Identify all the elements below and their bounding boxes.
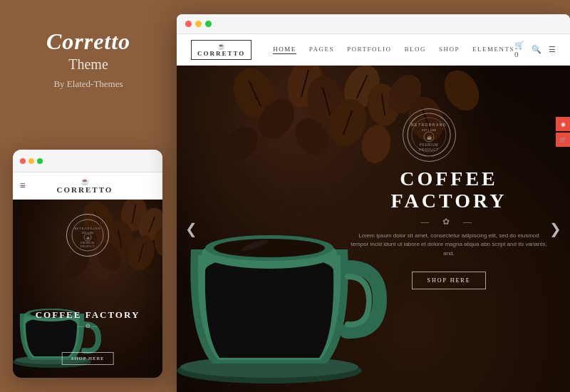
hero-description: Lorem ipsum dolor sit amet, consectetur … (349, 232, 549, 259)
desktop-top-bar (177, 14, 570, 34)
svg-point-54 (214, 239, 325, 257)
svg-text:PRODUCT: PRODUCT (419, 148, 439, 152)
desktop-dots (185, 21, 212, 27)
desktop-badge-icon: RETROBRAND EST • 1984 ☕ PREMIUM PRODUCT (406, 112, 452, 158)
desktop-nav: ☕ CORRETTO HOME PAGES PORTFOLIO BLOG SHO… (177, 34, 570, 66)
mobile-nav: ≡ ☕ CORRETTO (13, 172, 162, 200)
mobile-badge: RETROBRAND EST • 1984 ☕ PREMIUM PRODUCT (66, 214, 109, 257)
mobile-hamburger-icon[interactable]: ≡ (20, 180, 26, 192)
mobile-hero-divider: — ✿ — (78, 323, 98, 329)
notification-badges: ◉ 🛒 (556, 117, 570, 147)
mobile-badge-icon: RETROBRAND EST • 1984 ☕ PREMIUM PRODUCT (70, 217, 105, 253)
hero-divider: — ✿ — (349, 217, 549, 227)
nav-link-pages[interactable]: PAGES (309, 46, 334, 54)
desktop-dot-green (205, 21, 212, 27)
mobile-dot-red (20, 158, 26, 164)
hero-prev-arrow[interactable]: ❮ (185, 220, 197, 237)
desktop-nav-icons: 🛒 0 🔍 ☰ (514, 41, 556, 58)
mobile-dot-yellow (28, 158, 34, 164)
mobile-logo-icon: ☕ (81, 177, 89, 185)
mobile-dots (20, 158, 43, 164)
desktop-mockup: ☕ CORRETTO HOME PAGES PORTFOLIO BLOG SHO… (177, 14, 570, 392)
mobile-mockup: ≡ ☕ CORRETTO (13, 150, 162, 378)
desktop-hero: RETROBRAND EST • 1984 ☕ PREMIUM PRODUCT … (177, 66, 570, 392)
mobile-dot-green (37, 158, 43, 164)
desktop-logo: ☕ CORRETTO (191, 40, 252, 60)
desktop-dot-yellow (195, 21, 202, 27)
nav-link-elements[interactable]: ELEMENTS (472, 46, 514, 54)
nav-link-home[interactable]: HOME (273, 46, 296, 54)
svg-text:☕: ☕ (427, 135, 432, 140)
mobile-hero: RETROBRAND EST • 1984 ☕ PREMIUM PRODUCT (13, 200, 162, 378)
svg-text:PREMIUM: PREMIUM (420, 143, 439, 147)
nav-link-blog[interactable]: BLOG (405, 46, 427, 54)
svg-text:☕: ☕ (86, 236, 90, 239)
desktop-logo-icon: ☕ (217, 43, 225, 50)
svg-text:EST • 1984: EST • 1984 (422, 128, 437, 132)
nav-link-shop[interactable]: SHOP (439, 46, 460, 54)
desktop-nav-links: HOME PAGES PORTFOLIO BLOG SHOP ELEMENTS (273, 46, 514, 54)
hero-next-arrow[interactable]: ❯ (549, 220, 561, 237)
mobile-hero-title: COFFEE FACTORY (13, 309, 162, 321)
mobile-logo: ☕ CORRETTO (57, 177, 113, 194)
svg-point-41 (437, 66, 483, 117)
theme-subtitle-text: Theme (68, 56, 108, 73)
mobile-top-bar (13, 150, 162, 172)
left-panel: Corretto Theme By Elated-Themes ≡ ☕ CORR… (0, 0, 177, 392)
desktop-shop-button[interactable]: SHOP HERE (412, 272, 485, 289)
hero-main-title: COFFEE FACTORY (349, 168, 549, 212)
nav-link-portfolio[interactable]: PORTFOLIO (347, 46, 391, 54)
menu-icon[interactable]: ☰ (549, 45, 556, 54)
desktop-dot-red (185, 21, 192, 27)
svg-text:RETROBRAND: RETROBRAND (74, 227, 100, 230)
search-icon[interactable]: 🔍 (532, 45, 542, 54)
desktop-logo-text: CORRETTO (197, 50, 245, 57)
desktop-badge: RETROBRAND EST • 1984 ☕ PREMIUM PRODUCT (403, 108, 456, 162)
mobile-logo-text: CORRETTO (57, 185, 113, 194)
svg-text:PRODUCT: PRODUCT (81, 245, 95, 248)
theme-title-text: Corretto (46, 29, 130, 55)
theme-by-text: By Elated-Themes (53, 78, 123, 90)
svg-text:PREMIUM: PREMIUM (81, 242, 95, 244)
hero-text-block: COFFEE FACTORY — ✿ — Lorem ipsum dolor s… (349, 168, 549, 289)
cart-icon[interactable]: 🛒 0 (514, 41, 524, 58)
notification-badge-top[interactable]: ◉ (556, 117, 570, 131)
mobile-shop-button[interactable]: SHOP HERE (62, 352, 114, 365)
svg-text:RETROBRAND: RETROBRAND (411, 123, 447, 127)
notification-badge-bottom[interactable]: 🛒 (556, 133, 570, 147)
